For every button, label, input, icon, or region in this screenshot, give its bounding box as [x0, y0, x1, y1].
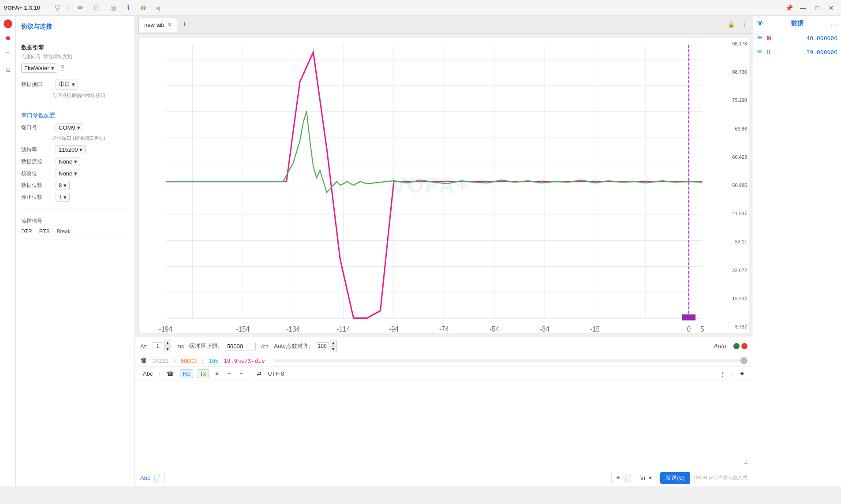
- edit-icon[interactable]: ✏: [75, 3, 86, 13]
- flow-label: 数据流控: [21, 158, 52, 165]
- titlebar-title: VOFA+ 1.3.10: [4, 4, 40, 11]
- abc-button[interactable]: Abc: [140, 370, 155, 378]
- svg-text:-74: -74: [439, 325, 449, 333]
- yaxis-val-1: 88.736: [724, 69, 747, 75]
- phone-icon[interactable]: ☎: [164, 370, 176, 378]
- sample-count: 34222: [153, 358, 168, 364]
- minimize-button[interactable]: —: [797, 2, 809, 14]
- newline-dropdown[interactable]: ▾: [649, 474, 652, 481]
- fingerprint-icon[interactable]: ⊛: [138, 3, 149, 13]
- circle-icon[interactable]: [4, 19, 12, 28]
- rp-header: 👁 数据 …: [757, 19, 837, 27]
- channel-dots: [733, 343, 748, 349]
- auto-value: 100: [316, 342, 329, 350]
- dt-up-button[interactable]: ▲: [164, 340, 171, 346]
- minus-button[interactable]: −: [237, 370, 246, 378]
- buffer-label: 缓冲区上限:: [189, 342, 220, 350]
- align-icon[interactable]: ≡: [213, 370, 221, 378]
- serial-config-title[interactable]: 串口参数配置: [21, 112, 129, 119]
- tab-more-icon[interactable]: ⋮: [740, 19, 749, 30]
- lock-icon[interactable]: 🔓: [726, 19, 736, 30]
- channel-row-0: 👁 I0 40.000000: [757, 33, 837, 43]
- close-button[interactable]: ✕: [825, 2, 837, 14]
- dt-value: 1: [153, 342, 163, 350]
- position-slider[interactable]: [274, 359, 748, 362]
- ch1-value: 39.000000: [807, 49, 837, 56]
- left-icon-bar: ⏺ ≡ ⧉: [0, 16, 16, 486]
- abc-input-label: Abc: [140, 474, 150, 481]
- text-area-row: [135, 381, 753, 469]
- rp-eye-icon[interactable]: 👁: [757, 19, 764, 27]
- stopbits-select[interactable]: 1 ▾: [56, 193, 70, 202]
- baud-select[interactable]: 115200 ▾: [56, 145, 86, 154]
- parity-select[interactable]: None ▾: [56, 169, 80, 178]
- controls-bar: Δt: 1 ▲ ▼ ms 缓冲区上限: /ch Auto点数对齐: 100 ▲ …: [135, 337, 753, 355]
- maximize-button[interactable]: □: [811, 2, 823, 14]
- interface-label: 数据接口: [21, 81, 52, 88]
- arrow-left-icon[interactable]: «: [154, 3, 163, 13]
- parity-label: 校验位: [21, 170, 52, 177]
- send-input[interactable]: [164, 472, 611, 484]
- buffer-input[interactable]: [225, 342, 256, 351]
- timing-info: 19.9ms/X-div: [224, 358, 265, 364]
- svg-text:-154: -154: [236, 325, 250, 333]
- sidebar: 协议与连接 数据引擎 点击问号: 前往详细文档 FireWater ▾ ? 数据…: [16, 16, 135, 486]
- dt-spinbox[interactable]: 1 ▲ ▼: [153, 340, 171, 352]
- list-icon[interactable]: ≡: [2, 48, 14, 60]
- engine-select[interactable]: FireWater ▾: [21, 63, 57, 73]
- titlebar: VOFA+ 1.3.10 | ▽ | ✏ ⊡ ◎ ℹ ⊛ « 📌 — □ ✕: [0, 0, 841, 16]
- databits-select[interactable]: 8 ▾: [56, 181, 70, 190]
- pin-icon[interactable]: 📌: [783, 2, 795, 14]
- clear-input-icon[interactable]: ✦: [615, 474, 621, 482]
- target-icon[interactable]: ◎: [108, 3, 119, 13]
- newline-label: \n: [640, 474, 645, 481]
- plus-button[interactable]: +: [225, 370, 234, 378]
- record-icon[interactable]: ⏺: [2, 32, 14, 44]
- rx-button[interactable]: Rx: [180, 369, 193, 378]
- chart-inner[interactable]: VOFA+: [139, 37, 722, 333]
- flow-select[interactable]: None ▾: [56, 157, 80, 166]
- trash-icon[interactable]: 🗑: [140, 357, 147, 365]
- clear-button[interactable]: ✦: [736, 369, 748, 379]
- slider-thumb[interactable]: [740, 357, 748, 364]
- help-icon[interactable]: ?: [61, 64, 65, 72]
- tab-new[interactable]: new tab ✕: [138, 18, 177, 32]
- yaxis-val-8: 22.672: [724, 268, 747, 273]
- baud-label: 波特率: [21, 146, 52, 153]
- file2-icon[interactable]: 📄: [624, 474, 632, 482]
- svg-text:-15: -15: [590, 325, 600, 333]
- auto-down-button[interactable]: ▼: [330, 346, 337, 352]
- logo-icon[interactable]: ▽: [52, 3, 63, 13]
- info-icon[interactable]: ℹ: [124, 3, 132, 13]
- port-select[interactable]: COM9 ▾: [56, 123, 83, 132]
- packet-count: 195: [209, 358, 218, 364]
- square-icon[interactable]: ⊡: [91, 3, 102, 13]
- ch1-eye-icon[interactable]: 👁: [757, 49, 763, 56]
- tab-close-icon[interactable]: ✕: [167, 22, 172, 28]
- dt-down-button[interactable]: ▼: [164, 346, 171, 352]
- svg-text:-94: -94: [389, 325, 399, 333]
- file-icon[interactable]: 📄: [153, 474, 161, 482]
- interface-select[interactable]: 串口 ▾: [56, 79, 78, 90]
- auto-spinbox[interactable]: 100 ▲ ▼: [316, 340, 337, 352]
- layers-icon[interactable]: ⧉: [2, 63, 14, 76]
- port-hint: 通信端口,(标准端口类型): [52, 135, 129, 142]
- tab-add-button[interactable]: +: [179, 19, 191, 30]
- auto-button[interactable]: Auto: [714, 343, 726, 350]
- tab-label: new tab: [144, 22, 164, 28]
- section-title: 协议与连接: [21, 23, 129, 31]
- yaxis-val-9: 13.234: [724, 296, 747, 301]
- auto-up-button[interactable]: ▲: [330, 340, 337, 346]
- encoding-icon[interactable]: ⇄: [254, 370, 264, 378]
- tx-button[interactable]: Tx: [197, 369, 209, 378]
- send-button[interactable]: 发送(S): [660, 472, 690, 484]
- more-icon[interactable]: ⋮: [717, 370, 728, 378]
- rp-more-icon[interactable]: …: [830, 19, 837, 27]
- ch0-eye-icon[interactable]: 👁: [757, 34, 763, 41]
- serial-text-area[interactable]: [140, 385, 748, 465]
- chart-svg: -194 ms -174 -154 -134 -114 -94 -74 -54 …: [139, 37, 722, 333]
- stopbits-label: 停止位数: [21, 194, 52, 201]
- right-panel: 👁 数据 … 👁 I0 40.000000 👁 I1 39.000000: [753, 16, 841, 486]
- ch0-label: I0: [766, 35, 803, 41]
- auto-label: Auto点数对齐:: [274, 342, 310, 350]
